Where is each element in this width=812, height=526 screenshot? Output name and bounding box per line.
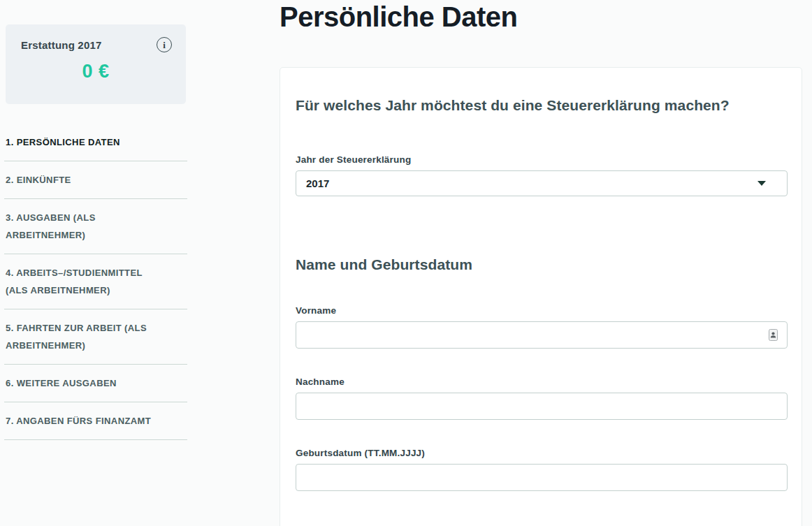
- sidebar-item-label: 2. EINKÜNFTE: [6, 171, 165, 189]
- geburtsdatum-field-wrap: [296, 464, 788, 491]
- autofill-contact-icon[interactable]: [769, 329, 778, 341]
- chevron-down-icon: [757, 181, 766, 186]
- sidebar-item-angaben-fuers-finanzamt[interactable]: 7. ANGABEN FÜRS FINANZAMT: [4, 402, 187, 440]
- geburtsdatum-label: Geburtsdatum (TT.MM.JJJJ): [296, 448, 786, 458]
- form-card: Für welches Jahr möchtest du eine Steuer…: [280, 67, 802, 526]
- geburtsdatum-input[interactable]: [296, 464, 788, 491]
- refund-amount: 0 €: [6, 61, 186, 82]
- sidebar-item-label: 4. ARBEITS–/STUDIENMITTEL (ALS ARBEITNEH…: [6, 264, 165, 299]
- info-icon-glyph: i: [163, 41, 166, 50]
- info-icon[interactable]: i: [157, 37, 172, 52]
- sidebar-item-label: 7. ANGABEN FÜRS FINANZAMT: [6, 412, 165, 430]
- sidebar-item-arbeits-studienmittel[interactable]: 4. ARBEITS–/STUDIENMITTEL (ALS ARBEITNEH…: [4, 254, 187, 309]
- nachname-label: Nachname: [296, 377, 786, 387]
- refund-label: Erstattung 2017: [21, 39, 102, 51]
- sidebar-item-persoenliche-daten[interactable]: 1. PERSÖNLICHE DATEN: [4, 124, 187, 161]
- vorname-label: Vorname: [296, 305, 786, 316]
- sidebar-item-fahrten-zur-arbeit[interactable]: 5. FAHRTEN ZUR ARBEIT (ALS ARBEITNEHMER): [4, 309, 187, 365]
- sidebar-item-ausgaben[interactable]: 3. AUSGABEN (ALS ARBEITNEHMER): [4, 199, 187, 254]
- year-select[interactable]: 2017: [296, 170, 788, 196]
- app-root: Erstattung 2017 i 0 € 1. PERSÖNLICHE DAT…: [0, 0, 812, 526]
- sidebar-item-label: 3. AUSGABEN (ALS ARBEITNEHMER): [6, 209, 165, 244]
- sidebar-item-label: 5. FAHRTEN ZUR ARBEIT (ALS ARBEITNEHMER): [6, 319, 165, 354]
- sidebar-item-label: 6. WEITERE AUSGABEN: [6, 374, 165, 392]
- nachname-field-wrap: [296, 393, 788, 420]
- vorname-input[interactable]: [296, 321, 788, 349]
- refund-box: Erstattung 2017 i 0 €: [6, 24, 186, 104]
- year-select-label: Jahr der Steuererklärung: [296, 154, 786, 165]
- section-heading: Name und Geburtsdatum: [296, 256, 786, 273]
- sidebar: Erstattung 2017 i 0 € 1. PERSÖNLICHE DAT…: [0, 0, 203, 526]
- sidebar-item-einkuenfte[interactable]: 2. EINKÜNFTE: [4, 161, 187, 199]
- sidebar-nav: 1. PERSÖNLICHE DATEN 2. EINKÜNFTE 3. AUS…: [4, 124, 187, 440]
- sidebar-item-label: 1. PERSÖNLICHE DATEN: [6, 133, 165, 151]
- page-title: Persönliche Daten: [280, 0, 518, 35]
- nachname-input[interactable]: [296, 393, 788, 420]
- refund-box-header: Erstattung 2017 i: [6, 24, 186, 52]
- question-heading: Für welches Jahr möchtest du eine Steuer…: [296, 97, 786, 114]
- year-select-value: 2017: [306, 177, 329, 189]
- sidebar-item-weitere-ausgaben[interactable]: 6. WEITERE AUSGABEN: [4, 365, 187, 402]
- vorname-field-wrap: [296, 321, 788, 349]
